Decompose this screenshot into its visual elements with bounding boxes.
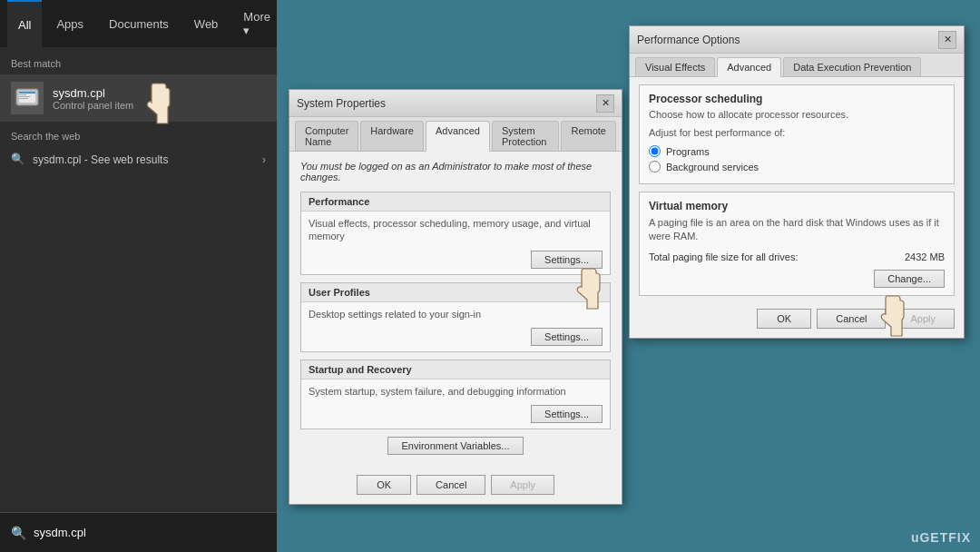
svg-rect-5 [19,98,28,99]
tab-documents[interactable]: Documents [98,0,180,47]
performance-body: Visual effects, processor scheduling, me… [301,212,610,274]
watermark: uGETFIX [911,530,971,545]
user-profiles-body: Desktop settings related to your sign-in… [301,302,610,351]
perf-opts-title: Performance Options [637,34,740,46]
user-profiles-header: User Profiles [301,283,610,302]
search-bar-bottom: 🔍 [0,512,277,552]
system-props-footer: OK Cancel Apply [289,469,622,504]
virtual-memory-section: Virtual memory A paging file is an area … [639,192,955,296]
background-label: Background services [666,162,759,172]
paging-file-value: 2432 MB [905,251,945,262]
search-icon: 🔍 [11,153,25,167]
performance-settings-button[interactable]: Settings... [531,251,603,269]
svg-rect-2 [19,92,35,94]
startup-recovery-body: System startup, system failure, and debu… [301,380,610,429]
perf-opts-titlebar: Performance Options ✕ [630,26,964,54]
search-icon-bottom: 🔍 [11,526,26,540]
change-button[interactable]: Change... [874,270,945,288]
web-result-item[interactable]: 🔍 sysdm.cpl - See web results › [0,147,277,172]
startup-recovery-desc: System startup, system failure, and debu… [309,385,603,398]
performance-options-dialog: Performance Options ✕ Visual Effects Adv… [629,25,965,339]
startup-recovery-section: Startup and Recovery System startup, sys… [300,360,611,429]
tab-system-protection[interactable]: System Protection [492,121,560,151]
background-radio-label[interactable]: Background services [649,161,945,172]
environment-variables-button[interactable]: Environment Variables... [387,437,523,455]
tab-all[interactable]: All [7,0,42,47]
paging-file-label: Total paging file size for all drives: [649,251,798,262]
radio-group: Programs Background services [649,145,945,172]
system-props-cancel-button[interactable]: Cancel [416,475,485,495]
svg-rect-4 [19,96,30,97]
tab-more[interactable]: More ▾ [232,0,281,47]
performance-section: Performance Visual effects, processor sc… [300,192,611,275]
performance-desc: Visual effects, processor scheduling, me… [309,217,603,243]
programs-radio[interactable] [649,145,661,157]
system-props-content: You must be logged on as an Administrato… [289,152,622,469]
tab-hardware[interactable]: Hardware [360,121,424,151]
result-title: sysdm.cpl [53,86,133,100]
result-subtitle: Control panel item [53,100,133,111]
tab-remote[interactable]: Remote [561,121,616,151]
performance-header: Performance [301,192,610,212]
system-props-ok-button[interactable]: OK [357,475,411,495]
virtual-memory-desc: A paging file is an area on the hard dis… [649,216,945,244]
system-props-titlebar: System Properties ✕ [289,90,622,117]
best-match-label: Best match [0,54,277,74]
chevron-right-icon: › [262,153,266,166]
programs-radio-label[interactable]: Programs [649,145,945,157]
tab-computer-name[interactable]: Computer Name [295,121,358,151]
tab-visual-effects[interactable]: Visual Effects [635,57,715,76]
tab-advanced-perf[interactable]: Advanced [717,57,781,77]
search-tabs: All Apps Documents Web More ▾ [0,0,277,47]
background-radio[interactable] [649,161,661,172]
perf-opts-close-button[interactable]: ✕ [938,31,956,49]
search-results: Best match sysdm.cpl Control panel item … [0,47,277,512]
user-profiles-settings-button[interactable]: Settings... [531,328,603,346]
tab-advanced[interactable]: Advanced [426,121,490,152]
user-profiles-section: User Profiles Desktop settings related t… [300,282,611,352]
system-props-tabs: Computer Name Hardware Advanced System P… [289,117,622,152]
processor-scheduling-desc: Choose how to allocate processor resourc… [649,109,945,120]
system-props-title: System Properties [297,97,386,110]
tab-data-execution[interactable]: Data Execution Prevention [783,57,921,76]
search-input[interactable] [34,526,266,539]
perf-opts-footer: OK Cancel Apply [630,303,964,338]
perf-apply-button[interactable]: Apply [891,309,955,329]
processor-scheduling-section: Processor scheduling Choose how to alloc… [639,84,955,184]
startup-recovery-header: Startup and Recovery [301,360,610,380]
perf-ok-button[interactable]: OK [757,309,811,329]
result-icon [11,82,44,114]
admin-note: You must be logged on as an Administrato… [300,161,611,182]
system-props-close-button[interactable]: ✕ [596,94,614,113]
perf-tabs: Visual Effects Advanced Data Execution P… [630,54,964,77]
virtual-memory-title: Virtual memory [649,200,945,212]
svg-rect-3 [19,94,26,95]
adjust-label: Adjust for best performance of: [649,127,945,138]
search-panel: All Apps Documents Web More ▾ Best match… [0,0,277,552]
paging-file-row: Total paging file size for all drives: 2… [649,251,945,262]
system-properties-dialog: System Properties ✕ Computer Name Hardwa… [289,89,622,505]
startup-recovery-settings-button[interactable]: Settings... [531,405,603,423]
system-props-apply-button[interactable]: Apply [491,475,554,495]
search-result-item[interactable]: sysdm.cpl Control panel item [0,74,277,122]
result-info: sysdm.cpl Control panel item [53,86,133,111]
web-result-text: sysdm.cpl - See web results [33,153,168,166]
processor-scheduling-title: Processor scheduling [649,93,945,105]
tab-apps[interactable]: Apps [45,0,94,47]
programs-label: Programs [666,146,710,157]
search-web-label: Search the web [0,122,277,147]
user-profiles-desc: Desktop settings related to your sign-in [309,308,603,320]
tab-web[interactable]: Web [183,0,230,47]
perf-cancel-button[interactable]: Cancel [817,309,886,329]
